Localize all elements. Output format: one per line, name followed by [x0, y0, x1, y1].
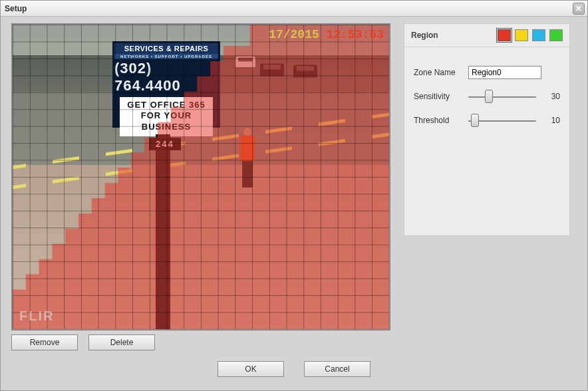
left-column: SERVICES & REPAIRS NETWORKS • SUPPORT • …	[11, 23, 390, 350]
region-color-swatches	[498, 29, 563, 41]
content-area: SERVICES & REPAIRS NETWORKS • SUPPORT • …	[1, 17, 587, 357]
region-panel-header: Region	[404, 24, 569, 47]
sensitivity-value: 30	[545, 92, 560, 101]
motion-grid[interactable]	[13, 25, 389, 329]
threshold-label: Threshold	[414, 116, 463, 125]
right-column: Region Zone Name Sensitivity 30	[404, 23, 570, 350]
threshold-value: 10	[545, 116, 560, 125]
threshold-row: Threshold 10	[414, 114, 560, 127]
color-swatch-red[interactable]	[498, 29, 511, 41]
sensitivity-slider-thumb[interactable]	[485, 90, 493, 103]
threshold-slider[interactable]	[468, 114, 536, 127]
region-panel-title: Region	[411, 31, 438, 40]
zone-name-label: Zone Name	[414, 68, 463, 77]
close-button[interactable]: ✕	[573, 3, 585, 15]
zone-name-row: Zone Name	[414, 66, 560, 79]
sensitivity-label: Sensitivity	[414, 92, 463, 101]
timestamp-time: 12:53:53	[319, 28, 384, 41]
remove-button[interactable]: Remove	[11, 334, 78, 350]
sensitivity-row: Sensitivity 30	[414, 90, 560, 103]
camera-watermark: FLIR	[19, 309, 54, 324]
cancel-button[interactable]: Cancel	[304, 361, 370, 377]
video-timestamp: 17/2015 12:53:53	[269, 28, 384, 41]
color-swatch-yellow[interactable]	[515, 29, 528, 41]
setup-dialog: Setup ✕ SERVICES & REPAIRS NETWORKS • SU…	[0, 0, 588, 391]
timestamp-date: 17/2015	[269, 28, 319, 41]
titlebar: Setup ✕	[1, 1, 587, 17]
ok-button[interactable]: OK	[218, 361, 284, 377]
grid-buttons-row: Remove Delete	[11, 334, 390, 350]
region-panel: Region Zone Name Sensitivity 30	[404, 23, 570, 236]
color-swatch-cyan[interactable]	[532, 29, 545, 41]
close-icon: ✕	[575, 4, 582, 13]
region-panel-body: Zone Name Sensitivity 30 Threshold	[404, 47, 569, 144]
video-preview: SERVICES & REPAIRS NETWORKS • SUPPORT • …	[11, 23, 390, 330]
dialog-footer: OK Cancel	[1, 361, 587, 377]
color-swatch-green[interactable]	[549, 29, 563, 41]
zone-name-input[interactable]	[468, 66, 541, 79]
threshold-slider-thumb[interactable]	[471, 114, 479, 127]
delete-button[interactable]: Delete	[88, 334, 155, 350]
sensitivity-slider[interactable]	[468, 90, 536, 103]
window-title: Setup	[5, 4, 27, 13]
